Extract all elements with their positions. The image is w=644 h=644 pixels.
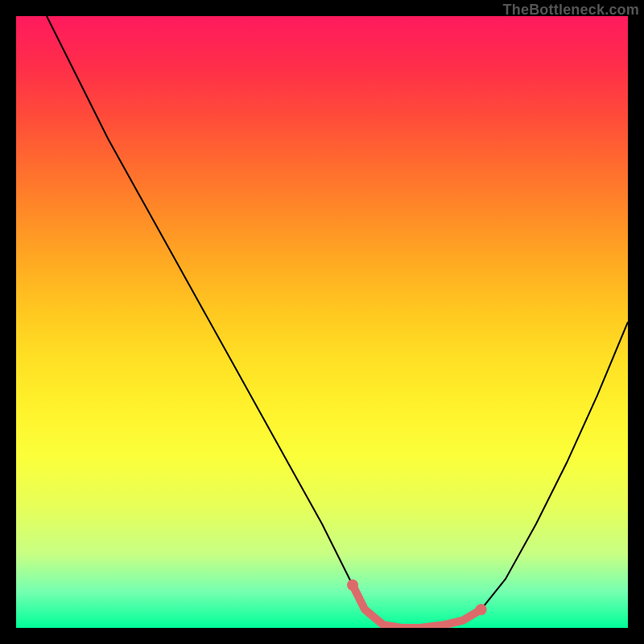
series-curve	[47, 16, 628, 628]
highlight-point-start	[347, 580, 358, 591]
highlight-point-end	[476, 604, 487, 615]
series-highlight	[353, 585, 481, 628]
chart-plot-area	[16, 16, 628, 628]
chart-svg	[16, 16, 628, 628]
attribution-label: TheBottleneck.com	[503, 2, 639, 19]
